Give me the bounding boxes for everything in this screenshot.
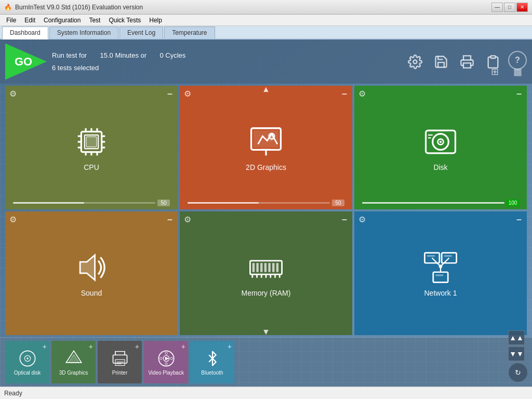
scroll-up-arrow[interactable]: ▲	[258, 84, 274, 95]
cpu-minus-icon[interactable]: –	[167, 89, 172, 98]
sound-label: Sound	[81, 289, 102, 297]
menu-edit[interactable]: Edit	[20, 16, 39, 25]
disk-slider[interactable]: 100	[362, 200, 519, 206]
network-label: Network 1	[424, 289, 457, 297]
scroll-up-right-arrow[interactable]: ▲▲	[508, 330, 525, 345]
video-label: Video Playback	[148, 370, 184, 376]
bluetooth-label: Bluetooth	[201, 370, 223, 376]
tab-dashboard[interactable]: Dashboard	[2, 26, 48, 39]
svg-rect-37	[276, 263, 278, 272]
mini-tile-printer[interactable]: + Printer	[98, 341, 142, 383]
disk-minus-icon[interactable]: –	[516, 89, 522, 98]
2d-minus-icon[interactable]: –	[342, 89, 347, 98]
close-button[interactable]: ✕	[516, 3, 528, 12]
optical-label: Optical disk	[14, 370, 41, 376]
run-info-duration: 15.0 Minutes or	[100, 51, 147, 59]
app-title: 🔥 BurnInTest V9.0 Std (1016) Evaluation …	[4, 4, 143, 11]
titlebar: 🔥 BurnInTest V9.0 Std (1016) Evaluation …	[0, 0, 532, 15]
tab-event-log[interactable]: Event Log	[119, 26, 163, 38]
print-icon[interactable]	[456, 51, 478, 73]
run-info: Run test for 15.0 Minutes or 0 Cycles 6 …	[52, 49, 185, 74]
cpu-label: CPU	[84, 163, 99, 171]
toolbar: GO Run test for 15.0 Minutes or 0 Cycles…	[0, 39, 532, 84]
cpu-slider-value: 50	[157, 200, 170, 206]
2d-slider[interactable]: 50	[188, 200, 344, 206]
run-info-selected: 6 tests selected	[52, 64, 99, 72]
tab-system-information[interactable]: System Information	[49, 26, 118, 38]
svg-rect-53	[444, 255, 452, 257]
svg-rect-17	[86, 137, 97, 147]
memory-minus-icon[interactable]: –	[342, 215, 347, 224]
menu-quick-tests[interactable]: Quick Tests	[104, 16, 145, 25]
run-info-prefix: Run test for	[52, 51, 87, 59]
cpu-settings-icon[interactable]: ⚙	[9, 89, 17, 99]
2d-slider-value: 50	[332, 200, 344, 206]
scroll-down-right-arrow[interactable]: ▼▼	[508, 347, 525, 361]
menu-configuration[interactable]: Configuration	[39, 16, 85, 25]
run-info-cycles: 0 Cycles	[159, 51, 185, 59]
mini-tile-3dgfx[interactable]: + 3D Graphics	[51, 341, 96, 383]
3dgfx-label: 3D Graphics	[59, 370, 88, 376]
save-icon[interactable]	[430, 51, 452, 73]
menu-file[interactable]: File	[2, 16, 20, 25]
svg-point-0	[414, 60, 417, 63]
svg-point-70	[165, 362, 167, 365]
go-button[interactable]: GO	[5, 44, 47, 80]
svg-rect-61	[115, 360, 125, 365]
tab-temperature[interactable]: Temperature	[164, 26, 215, 38]
tiles-grid: ⚙ – CPU 50	[0, 84, 532, 337]
right-arrows: ▲▲ ▼▼ ↻	[508, 330, 528, 382]
app-icon: 🔥	[4, 4, 12, 11]
tile-2dgraphics[interactable]: ⚙ – 2D Graphics 50	[180, 86, 352, 209]
2d-label: 2D Graphics	[246, 163, 286, 171]
grid-icon[interactable]: ▦	[508, 62, 527, 81]
menu-test[interactable]: Test	[85, 16, 104, 25]
tile-disk[interactable]: ⚙ – Disk 100	[354, 86, 527, 209]
tile-sound[interactable]: ⚙ – Sound	[5, 211, 178, 335]
refresh-icon[interactable]: ↻	[508, 363, 528, 382]
svg-rect-2	[490, 56, 495, 58]
video-plus-icon[interactable]: +	[181, 342, 185, 351]
svg-point-26	[440, 141, 442, 143]
svg-rect-54	[435, 274, 443, 276]
cpu-slider[interactable]: 50	[13, 200, 170, 206]
disk-settings-icon[interactable]: ⚙	[358, 89, 366, 99]
svg-rect-36	[272, 263, 274, 272]
svg-marker-29	[80, 255, 95, 280]
svg-rect-35	[268, 263, 270, 272]
status-text: Ready	[4, 390, 22, 397]
bottom-bar: + Optical disk + 3D Graphics +	[0, 337, 532, 387]
windows-icon[interactable]: ⊞	[485, 62, 504, 81]
svg-point-69	[165, 352, 167, 354]
main-area: GO Run test for 15.0 Minutes or 0 Cycles…	[0, 39, 532, 387]
svg-rect-34	[264, 263, 267, 272]
maximize-button[interactable]: □	[504, 3, 515, 12]
tile-network[interactable]: ⚙ – Network 1	[354, 211, 527, 335]
mini-tile-optical[interactable]: + Optical disk	[5, 341, 49, 383]
svg-point-57	[26, 357, 28, 359]
tile-memory[interactable]: ⚙ – Memory (RAM)	[180, 211, 352, 335]
memory-settings-icon[interactable]: ⚙	[184, 215, 191, 224]
svg-point-51	[439, 265, 443, 269]
network-settings-icon[interactable]: ⚙	[358, 215, 366, 224]
optical-plus-icon[interactable]: +	[43, 342, 47, 351]
mini-tile-bluetooth[interactable]: + Bluetooth	[190, 341, 234, 383]
tabbar: Dashboard System Information Event Log T…	[0, 26, 532, 39]
settings-icon[interactable]	[404, 51, 426, 73]
2d-settings-icon[interactable]: ⚙	[184, 89, 191, 99]
menu-help[interactable]: Help	[145, 16, 166, 25]
network-minus-icon[interactable]: –	[516, 215, 522, 224]
minimize-button[interactable]: —	[491, 3, 503, 12]
go-label: GO	[15, 55, 32, 69]
svg-rect-33	[260, 263, 262, 272]
bluetooth-plus-icon[interactable]: +	[228, 342, 232, 351]
mini-tile-video[interactable]: + Video Playback	[144, 341, 188, 383]
sound-minus-icon[interactable]: –	[167, 215, 172, 224]
3dgfx-plus-icon[interactable]: +	[89, 342, 93, 351]
sound-settings-icon[interactable]: ⚙	[9, 215, 17, 224]
printer-label: Printer	[112, 370, 127, 376]
printer-plus-icon[interactable]: +	[135, 342, 139, 351]
scroll-down-arrow[interactable]: ▼	[258, 327, 274, 337]
tile-cpu[interactable]: ⚙ – CPU 50	[5, 86, 178, 209]
statusbar: Ready	[0, 387, 532, 399]
